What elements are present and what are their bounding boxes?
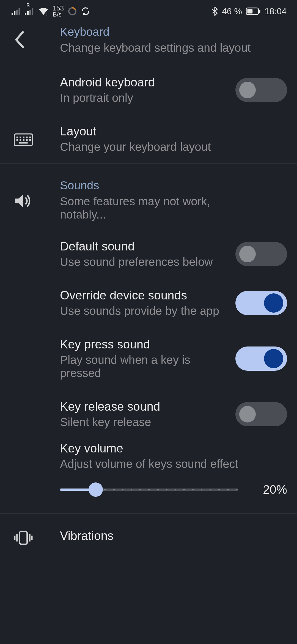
row-subtitle: In portrait only — [60, 91, 227, 105]
row-subtitle: Use sound preferences below — [60, 255, 227, 269]
row-key-release-sound[interactable]: Key release sound Silent key release — [0, 390, 297, 439]
row-android-keyboard[interactable]: Android keyboard In portrait only — [0, 66, 297, 114]
toggle-key-press-sound[interactable] — [235, 346, 287, 371]
network-speed-value: 153 — [53, 5, 64, 12]
row-key-volume: Key volume Adjust volume of keys sound e… — [0, 439, 297, 513]
svg-rect-20 — [20, 139, 21, 141]
svg-rect-1 — [14, 11, 16, 15]
roaming-signal-icon: R — [25, 7, 34, 15]
row-subtitle: Use sounds provide by the app — [60, 304, 227, 318]
section-category: Sounds — [60, 179, 227, 192]
battery-icon — [246, 7, 261, 15]
toggle-key-release-sound[interactable] — [235, 402, 287, 426]
vibration-icon — [14, 530, 33, 545]
svg-rect-21 — [23, 139, 24, 141]
svg-rect-11 — [247, 9, 252, 13]
svg-rect-14 — [16, 137, 18, 138]
svg-rect-24 — [19, 142, 28, 144]
row-override-sounds[interactable]: Override device sounds Use sounds provid… — [0, 279, 297, 328]
row-subtitle: Play sound when a key is pressed — [60, 353, 227, 380]
toggle-default-sound[interactable] — [235, 242, 287, 266]
row-layout[interactable]: Layout Change your keyboard layout — [0, 114, 297, 163]
data-usage-icon — [68, 7, 77, 16]
row-title: Key release sound — [60, 400, 227, 413]
key-volume-value: 20% — [251, 483, 287, 496]
row-title: Android keyboard — [60, 75, 227, 89]
row-vibrations[interactable]: Vibrations — [0, 514, 297, 555]
svg-rect-17 — [26, 137, 28, 138]
row-default-sound[interactable]: Default sound Use sound preferences belo… — [0, 230, 297, 279]
row-title: Layout — [60, 124, 227, 138]
sound-icon — [14, 193, 31, 209]
svg-rect-5 — [27, 11, 29, 15]
svg-rect-15 — [20, 137, 21, 138]
row-subtitle: Change your keyboard layout — [60, 140, 227, 154]
row-title: Override device sounds — [60, 288, 227, 302]
svg-rect-4 — [25, 13, 26, 15]
bluetooth-icon — [211, 7, 218, 16]
svg-rect-2 — [16, 10, 18, 15]
signal-icon — [12, 7, 21, 15]
toggle-override-sounds[interactable] — [235, 291, 287, 315]
section-subtitle: Change keyboard settings and layout — [60, 41, 251, 54]
svg-rect-18 — [29, 137, 31, 138]
section-subtitle: Some features may not work, notably... — [60, 195, 227, 221]
sync-icon — [81, 7, 90, 16]
status-right: 46 % 18:04 — [211, 6, 287, 17]
section-category: Keyboard — [60, 25, 251, 39]
svg-rect-23 — [29, 139, 31, 141]
svg-rect-16 — [23, 137, 24, 138]
battery-percent: 46 % — [222, 6, 242, 17]
svg-rect-25 — [20, 531, 27, 544]
status-left: R 153 B/s — [12, 5, 90, 18]
status-bar: R 153 B/s 46 % — [0, 0, 297, 19]
svg-rect-7 — [32, 8, 34, 15]
slider-thumb[interactable] — [89, 482, 103, 497]
status-time: 18:04 — [265, 6, 287, 17]
svg-point-8 — [46, 13, 48, 15]
row-title: Key press sound — [60, 337, 227, 351]
svg-rect-3 — [19, 8, 20, 15]
toggle-android-keyboard[interactable] — [235, 78, 287, 102]
network-speed-unit: B/s — [53, 12, 64, 18]
key-volume-slider[interactable] — [60, 489, 238, 491]
network-speed: 153 B/s — [53, 5, 64, 18]
row-subtitle: Silent key release — [60, 416, 227, 429]
section-header-keyboard: Keyboard Change keyboard settings and la… — [0, 19, 297, 66]
svg-rect-12 — [259, 10, 260, 13]
row-subtitle: Adjust volume of keys sound effect — [60, 457, 287, 471]
wifi-icon — [38, 7, 49, 16]
row-key-press-sound[interactable]: Key press sound Play sound when a key is… — [0, 328, 297, 390]
row-title: Vibrations — [60, 529, 227, 543]
keyboard-icon — [14, 133, 33, 146]
svg-rect-19 — [16, 139, 18, 141]
svg-rect-22 — [26, 139, 28, 141]
settings-page: Keyboard Change keyboard settings and la… — [0, 19, 297, 555]
back-icon[interactable] — [14, 31, 25, 48]
svg-rect-6 — [29, 10, 31, 15]
svg-rect-0 — [12, 13, 13, 15]
row-title: Default sound — [60, 239, 227, 253]
row-title: Key volume — [60, 441, 287, 455]
section-header-sounds: Sounds Some features may not work, notab… — [0, 164, 297, 230]
